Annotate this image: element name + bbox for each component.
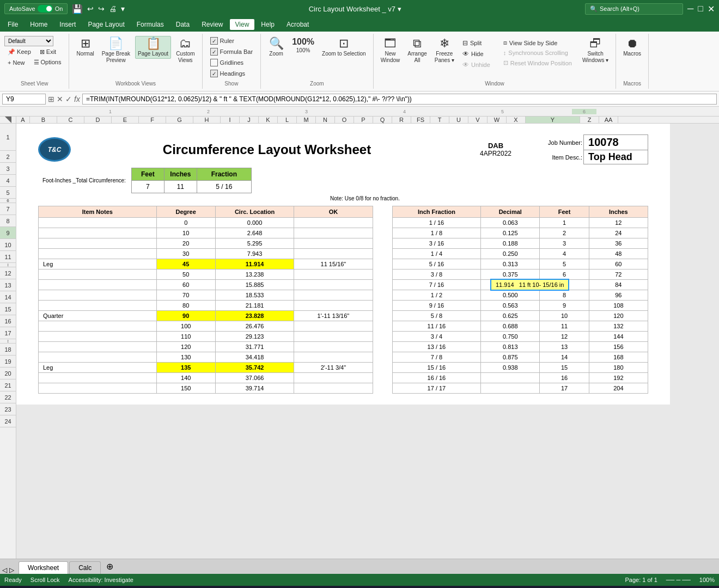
cell-inches[interactable]: 96 (589, 290, 648, 301)
cell-inch-fraction[interactable]: 13 / 16 (392, 342, 480, 352)
cell-decimal[interactable]: 0.313 (481, 259, 540, 270)
cell-decimal[interactable]: 0.125 (481, 228, 540, 238)
zoom-selection-button[interactable]: ⊡ Zoom to Selection (319, 36, 369, 59)
cell-ok[interactable] (294, 383, 373, 394)
cell-inches[interactable]: 84 (589, 280, 648, 290)
cell-decimal[interactable]: 0.688 (481, 321, 540, 332)
row-16[interactable]: 16 (0, 315, 16, 327)
page-layout-button[interactable]: 📋 Page Layout (135, 36, 171, 59)
cell-degree[interactable]: 135 (156, 363, 215, 373)
worksheet-tab[interactable]: Worksheet (19, 561, 68, 574)
cell-inches[interactable]: 132 (589, 321, 648, 332)
row-18[interactable]: 18 (0, 344, 16, 356)
cell-inch-fraction[interactable]: 3 / 4 (392, 332, 480, 342)
cell-inch-fraction[interactable]: 5 / 8 (392, 311, 480, 321)
cell-notes[interactable] (39, 342, 157, 352)
cell-inches[interactable]: 192 (589, 373, 648, 383)
zoom-100-button[interactable]: 100% 100% (289, 36, 317, 56)
cell-feet[interactable]: 13 (540, 342, 589, 352)
col-M[interactable]: M (297, 117, 316, 123)
cell-reference-input[interactable] (2, 94, 46, 105)
menu-file[interactable]: File (2, 19, 23, 30)
scroll-left-tab-icon[interactable]: ◁ (2, 566, 7, 574)
cell-circ[interactable]: 37.066 (215, 373, 294, 383)
row-6[interactable]: 6 (0, 199, 16, 203)
cell-decimal[interactable]: 0.563 (481, 301, 540, 311)
col-T[interactable]: T (430, 117, 449, 123)
col-Y[interactable]: Y (526, 117, 580, 123)
cell-degree[interactable]: 10 (156, 228, 215, 238)
cell-degree[interactable]: 30 (156, 249, 215, 259)
add-sheet-button[interactable]: ⊕ (102, 559, 118, 574)
row-24[interactable]: 24 (0, 415, 16, 427)
new-sheet-view-button[interactable]: + New (4, 58, 28, 67)
cell-decimal[interactable] (481, 383, 540, 394)
col-N[interactable]: N (316, 117, 335, 123)
cell-notes[interactable] (39, 270, 157, 280)
cell-ok[interactable]: 2'-11 3/4" (294, 363, 373, 373)
cell-circ[interactable]: 11.914 (215, 259, 294, 270)
synchronous-scrolling-button[interactable]: ↕ Synchronous Scrolling (500, 48, 575, 57)
save-icon[interactable]: 💾 (72, 4, 83, 14)
cell-feet[interactable]: 16 (540, 373, 589, 383)
cell-inch-fraction[interactable]: 3 / 16 (392, 238, 480, 249)
cell-circ[interactable]: 35.742 (215, 363, 294, 373)
col-G[interactable]: G (166, 117, 193, 123)
cell-decimal[interactable]: 0.375 (481, 270, 540, 280)
col-P[interactable]: P (354, 117, 373, 123)
row-19[interactable]: 19 (0, 356, 16, 367)
keep-button[interactable]: 📌 Keep (4, 47, 34, 57)
page-break-button[interactable]: 📄 Page BreakPreview (99, 36, 133, 65)
formula-expand-icon[interactable]: ⊞ (48, 95, 54, 103)
cell-notes[interactable] (39, 383, 157, 394)
cell-inches[interactable]: 12 (589, 218, 648, 228)
cell-inches[interactable]: 204 (589, 383, 648, 394)
zoom-button[interactable]: 🔍 Zoom (265, 36, 287, 59)
cell-notes[interactable] (39, 321, 157, 332)
autosave-toggle[interactable] (38, 5, 53, 13)
cell-notes[interactable] (39, 218, 157, 228)
cell-circ[interactable]: 18.533 (215, 290, 294, 301)
row-14[interactable]: 14 (0, 291, 16, 303)
cell-feet[interactable]: 2 (540, 228, 589, 238)
row-10[interactable]: 10 (0, 239, 16, 251)
cell-degree[interactable]: 20 (156, 238, 215, 249)
maximize-icon[interactable]: □ (698, 4, 703, 14)
col-Z[interactable]: Z (580, 117, 599, 123)
row-12[interactable]: 12 (0, 267, 16, 279)
arrange-all-button[interactable]: ⧉ ArrangeAll (405, 36, 430, 65)
row-13[interactable]: 13 (0, 279, 16, 291)
cell-inches[interactable]: 180 (589, 363, 648, 373)
cell-ok[interactable] (294, 332, 373, 342)
cell-ok[interactable] (294, 280, 373, 290)
cell-inch-fraction[interactable]: 1 / 2 (392, 290, 480, 301)
cell-circ[interactable]: 21.181 (215, 301, 294, 311)
cell-inches[interactable]: 156 (589, 342, 648, 352)
minimize-icon[interactable]: ─ (687, 4, 693, 14)
freeze-panes-button[interactable]: ❄ FreezePanes ▾ (432, 36, 457, 65)
cell-decimal[interactable]: 0.625 (481, 311, 540, 321)
undo-icon[interactable]: ↩ (87, 4, 94, 13)
cell-feet[interactable]: 11 (540, 321, 589, 332)
menu-help[interactable]: Help (255, 19, 280, 30)
row-20[interactable]: 20 (0, 367, 16, 379)
col-F[interactable]: F (139, 117, 166, 123)
cell-feet[interactable]: 1 (540, 218, 589, 228)
cell-inches[interactable]: 72 (589, 270, 648, 280)
row-3[interactable]: 3 (0, 163, 16, 175)
cell-inch-fraction[interactable]: 7 / 8 (392, 352, 480, 363)
cell-notes[interactable]: Leg (39, 363, 157, 373)
formula-confirm-icon[interactable]: ✓ (65, 95, 72, 103)
col-R[interactable]: R (392, 117, 411, 123)
cell-degree[interactable]: 150 (156, 383, 215, 394)
fraction-num[interactable]: 5 (216, 183, 220, 191)
scroll-right-tab-icon[interactable]: ▷ (9, 566, 14, 574)
formula-cancel-icon[interactable]: ✕ (57, 95, 63, 103)
cell-ok[interactable] (294, 238, 373, 249)
cell-inch-fraction[interactable]: 16 / 16 (392, 373, 480, 383)
row-21[interactable]: 21 (0, 379, 16, 391)
cell-degree[interactable]: 50 (156, 270, 215, 280)
col-FS[interactable]: FS (411, 117, 430, 123)
cell-notes[interactable] (39, 373, 157, 383)
col-E[interactable]: E (112, 117, 139, 123)
